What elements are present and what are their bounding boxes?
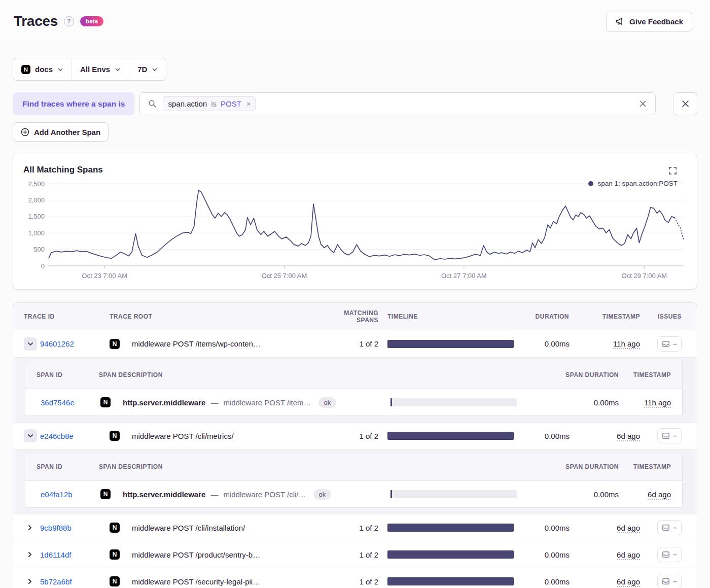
traces-table: TRACE ID TRACE ROOT MATCHING SPANS TIMEL… — [13, 302, 697, 588]
date-range-filter[interactable]: 7D — [129, 65, 166, 74]
issues-button[interactable]: – — [657, 574, 682, 588]
duration-value: 0.00ms — [514, 339, 570, 348]
spans-table-header: SPAN ID SPAN DESCRIPTION SPAN DURATION T… — [25, 361, 682, 389]
nextjs-platform-icon: N — [110, 339, 120, 349]
timeline-bar[interactable] — [387, 524, 514, 532]
matching-spans-count: 1 of 2 — [333, 339, 378, 348]
trace-root-label: middleware POST /security-legal-pii… — [132, 577, 260, 586]
nextjs-platform-icon: N — [100, 489, 111, 499]
timestamp-value[interactable]: 6d ago — [617, 550, 640, 559]
timeline-bar[interactable] — [387, 432, 514, 440]
give-feedback-button[interactable]: Give Feedback — [606, 12, 692, 31]
span-timeline-tick — [390, 398, 392, 406]
traces-table-header: TRACE ID TRACE ROOT MATCHING SPANS TIMEL… — [13, 303, 697, 330]
trace-root-label: middleware POST /items/wp-conten… — [132, 339, 261, 348]
trace-id-link[interactable]: 1d6114df — [40, 550, 71, 559]
span-status-badge: ok — [318, 397, 337, 408]
timeline-bar[interactable] — [387, 340, 514, 348]
timestamp-value[interactable]: 6d ago — [617, 577, 640, 586]
span-search-input[interactable]: span.action is POST × — [139, 92, 656, 115]
col-timeline: TIMELINE — [386, 313, 514, 320]
span-row: 36d7546e N http.server.middleware — midd… — [25, 389, 682, 416]
expand-trace-icon[interactable] — [26, 578, 33, 585]
span-timeline-bar[interactable] — [390, 490, 517, 498]
col-span-duration: SPAN DURATION — [517, 463, 619, 470]
issues-inbox-icon — [662, 340, 670, 348]
svg-text:Oct 25 7:00 AM: Oct 25 7:00 AM — [262, 272, 307, 280]
issues-button[interactable]: – — [657, 547, 682, 562]
timestamp-value[interactable]: 11h ago — [613, 339, 640, 348]
matching-spans-count: 1 of 2 — [333, 550, 378, 559]
separator: — — [210, 398, 218, 407]
close-icon — [681, 99, 690, 109]
issues-inbox-icon — [662, 550, 670, 559]
environment-filter[interactable]: All Envs — [72, 65, 129, 74]
span-id-link[interactable]: e04fa12b — [41, 490, 73, 499]
trace-id-link[interactable]: 5b72a6bf — [40, 577, 72, 586]
search-icon — [148, 99, 157, 108]
col-timestamp: TIMESTAMP — [570, 313, 644, 320]
col-span-description: SPAN DESCRIPTION — [99, 463, 389, 470]
span-row: e04fa12b N http.server.middleware — midd… — [25, 481, 682, 507]
token-operator: is — [211, 99, 217, 108]
col-duration: DURATION — [514, 313, 570, 320]
spans-line-chart: 05001,0001,5002,0002,500Oct 23 7:00 AMOc… — [13, 153, 697, 289]
span-id-link[interactable]: 36d7546e — [41, 398, 75, 407]
matching-spans-count: 1 of 2 — [333, 577, 378, 586]
token-value: POST — [221, 99, 241, 108]
timeline-bar[interactable] — [387, 550, 514, 559]
filter-token[interactable]: span.action is POST × — [163, 96, 256, 111]
remove-token-icon[interactable]: × — [245, 100, 251, 108]
timestamp-value[interactable]: 6d ago — [617, 432, 640, 440]
svg-text:Oct 27 7:00 AM: Oct 27 7:00 AM — [441, 272, 487, 280]
svg-text:Oct 29 7:00 AM: Oct 29 7:00 AM — [622, 272, 667, 280]
token-key: span.action — [168, 99, 207, 108]
trace-id-link[interactable]: 94601262 — [40, 339, 74, 348]
fullscreen-icon[interactable] — [668, 166, 677, 177]
page-filter-bar: N docs All Envs 7D — [13, 58, 166, 81]
issues-count: – — [673, 432, 677, 440]
svg-text:2,500: 2,500 — [28, 180, 45, 188]
timestamp-value[interactable]: 6d ago — [617, 524, 640, 532]
nextjs-platform-icon: N — [110, 549, 120, 560]
span-timestamp-value[interactable]: 6d ago — [648, 490, 671, 499]
trace-id-link[interactable]: e246cb8e — [40, 432, 74, 440]
nextjs-platform-icon: N — [110, 431, 120, 441]
span-timestamp-value[interactable]: 11h ago — [644, 398, 671, 407]
duration-value: 0.00ms — [514, 550, 570, 559]
trace-row: 5b72a6bf N middleware POST /security-leg… — [13, 568, 697, 588]
svg-text:500: 500 — [33, 246, 45, 253]
nextjs-platform-icon: N — [100, 397, 111, 407]
span-timeline-bar[interactable] — [390, 398, 517, 406]
project-filter[interactable]: N docs — [13, 65, 72, 74]
expand-trace-icon[interactable] — [26, 551, 33, 558]
delete-span-filter-button[interactable] — [673, 92, 697, 115]
expand-trace-icon[interactable] — [26, 524, 33, 531]
collapse-trace-icon[interactable] — [24, 429, 37, 442]
trace-id-link[interactable]: 9cb9f88b — [40, 524, 72, 532]
issues-count: – — [673, 550, 677, 559]
span-duration-value: 0.00ms — [517, 398, 619, 407]
issues-inbox-icon — [662, 524, 670, 532]
col-span-timestamp: TIMESTAMP — [619, 463, 682, 470]
duration-value: 0.00ms — [514, 577, 570, 586]
issues-button[interactable]: – — [657, 336, 682, 352]
help-icon[interactable]: ? — [64, 16, 74, 26]
issues-button[interactable]: – — [657, 520, 682, 535]
clear-search-icon[interactable] — [638, 99, 647, 108]
issues-inbox-icon — [662, 432, 670, 440]
trace-root-label: middleware POST /cli/metrics/ — [132, 432, 234, 440]
span-op-label: http.server.middleware — [123, 398, 205, 407]
megaphone-icon — [615, 17, 624, 26]
nextjs-platform-icon: N — [110, 576, 120, 586]
chart-legend[interactable]: span 1: span.action:POST — [588, 180, 678, 187]
add-another-span-button[interactable]: Add Another Span — [13, 122, 109, 142]
trace-root-label: middleware POST /cli/installation/ — [132, 524, 245, 532]
span-condition-label: Find traces where a span is — [13, 92, 134, 115]
nextjs-platform-icon: N — [21, 65, 30, 74]
collapse-trace-icon[interactable] — [24, 337, 37, 351]
timeline-bar[interactable] — [387, 577, 514, 585]
issues-button[interactable]: – — [657, 428, 682, 443]
matching-spans-count: 1 of 2 — [333, 432, 378, 440]
issues-count: – — [673, 577, 677, 585]
